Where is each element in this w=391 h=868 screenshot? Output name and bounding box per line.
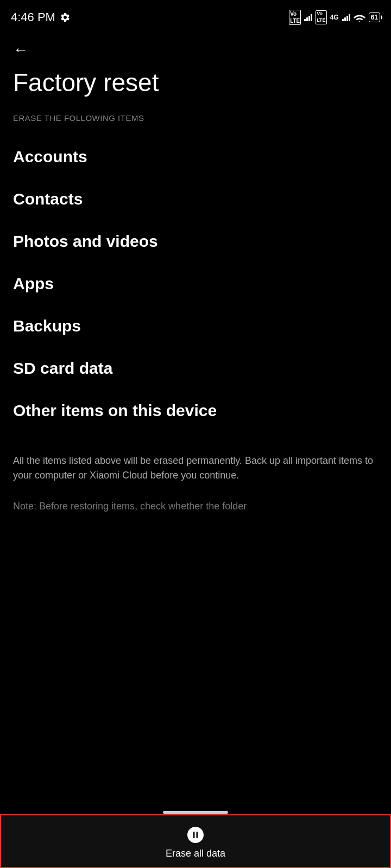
signal-bars-2	[342, 14, 350, 21]
section-label: ERASE THE FOLLOWING ITEMS	[0, 113, 391, 136]
home-indicator	[163, 811, 228, 814]
svg-point-0	[358, 21, 361, 22]
erase-all-data-button[interactable]: Erase all data	[0, 814, 391, 868]
status-bar: 4:46 PM VoLTE VoLTE 4G	[0, 0, 391, 33]
gear-icon	[60, 12, 71, 23]
status-time: 4:46 PM	[11, 10, 71, 24]
battery-indicator: 61	[369, 12, 380, 22]
erase-item-backups: Backups	[13, 305, 378, 347]
erase-all-data-icon	[186, 825, 205, 845]
erase-item-apps: Apps	[13, 263, 378, 305]
signal-bars-1	[304, 14, 312, 21]
back-button[interactable]: ←	[0, 33, 391, 63]
erase-item-accounts: Accounts	[13, 136, 378, 178]
volte-badge-2: VoLTE	[316, 10, 326, 24]
volte-badge-1: VoLTE	[289, 10, 301, 25]
erase-item-other: Other items on this device	[13, 390, 378, 432]
erase-item-sd-card: SD card data	[13, 347, 378, 390]
warning-text: All the items listed above will be erase…	[0, 432, 391, 494]
erase-item-photos-videos: Photos and videos	[13, 220, 378, 263]
network-type: 4G	[330, 14, 339, 21]
erase-items-list: Accounts Contacts Photos and videos Apps…	[0, 136, 391, 432]
status-icons: VoLTE VoLTE 4G 61	[289, 10, 380, 25]
erase-item-contacts: Contacts	[13, 178, 378, 220]
page-title: Factory reset	[0, 63, 391, 113]
note-text: Note: Before restoring items, check whet…	[0, 494, 391, 514]
erase-button-label: Erase all data	[166, 848, 225, 859]
wifi-icon	[354, 12, 365, 22]
